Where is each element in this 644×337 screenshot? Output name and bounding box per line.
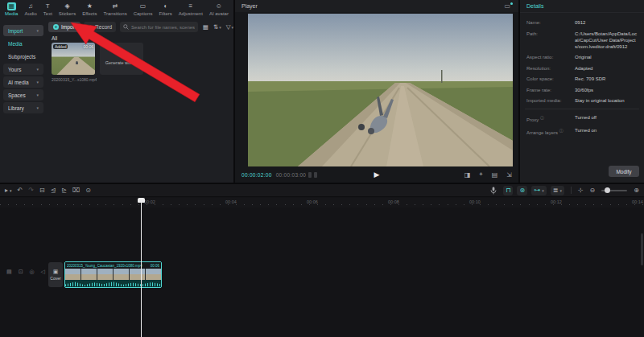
toolbar-tab-captions[interactable]: ▭Captions	[134, 2, 153, 16]
toolbar-tab-filters[interactable]: ◐Filters	[159, 2, 171, 16]
playhead[interactable]	[138, 198, 145, 337]
select-tool-icon[interactable]: ▸	[5, 185, 8, 196]
sidebar-item-spaces[interactable]: Spaces▾	[3, 89, 43, 101]
clip-filmstrip	[65, 269, 161, 280]
chevron-down-icon: ▾	[36, 92, 39, 97]
object-tracking-icon[interactable]: ⌖	[479, 171, 483, 179]
preview-quality-icon[interactable]: ▤	[492, 171, 498, 179]
cover-button[interactable]: ▣ Cover	[48, 262, 63, 287]
magnet-toggle-icon: ⊓	[506, 187, 510, 195]
modify-button[interactable]: Modify	[609, 166, 639, 177]
sidebar-item-subprojects[interactable]: Subprojects	[3, 51, 43, 62]
freeze-frame-icon[interactable]: ⊙	[85, 185, 91, 196]
filters-icon: ◐	[161, 2, 170, 10]
auto-snap-toggle[interactable]: ⊛	[517, 186, 527, 195]
display-mode-icon[interactable]: ▭	[504, 2, 510, 10]
select-tool-dropdown-icon[interactable]: ▾	[10, 185, 12, 196]
zoom-out-icon[interactable]: ⊖	[590, 187, 596, 194]
track-height-toggle-icon: ≣	[553, 187, 559, 195]
track-options-icon[interactable]: ▤	[6, 269, 12, 275]
sort-dropdown[interactable]: ⇅▾	[213, 23, 221, 31]
timeline-vertical-scrollbar[interactable]	[641, 233, 643, 265]
details-row-label: Resolution:	[526, 65, 575, 72]
search-box[interactable]	[120, 22, 198, 32]
import-button[interactable]: + Import	[48, 22, 80, 32]
details-row-aspect-ratio-: Aspect ratio:Original	[526, 54, 639, 60]
video-preview[interactable]	[248, 14, 513, 166]
play-button[interactable]: ▶	[374, 171, 380, 179]
toolbar-tab-audio[interactable]: ♫Audio	[24, 2, 36, 16]
magnet-toggle[interactable]: ⊓	[503, 186, 513, 195]
timeline-clip[interactable]: 20200315_Young_Caucasian_1920x1080.mp4 0…	[64, 261, 162, 288]
record-button[interactable]: ◉ Record	[84, 22, 116, 32]
sidebar-item-yours[interactable]: Yours▾	[3, 64, 43, 75]
link-toggle[interactable]: ⊶▾	[531, 186, 547, 195]
lock-track-icon[interactable]: ⊡	[19, 269, 23, 275]
transitions-icon: ⇄	[111, 2, 120, 10]
details-row-value: Original	[575, 54, 592, 60]
stickers-icon: ◈	[63, 2, 72, 10]
player-header: Player ▭	[235, 0, 518, 12]
record-button-label: Record	[95, 24, 112, 30]
delete-left-icon[interactable]: ⊴	[51, 185, 56, 196]
details-title: Details	[526, 3, 543, 9]
sidebar-item-library[interactable]: Library▾	[3, 102, 43, 113]
chevron-down-icon: ▾	[36, 80, 39, 84]
compare-icon[interactable]: ◨	[464, 171, 471, 179]
details-row-label: Path:	[526, 31, 575, 50]
hide-track-icon[interactable]: ◎	[30, 269, 35, 275]
toolbar-tab-effects[interactable]: ★Effects	[82, 2, 97, 16]
all-tab[interactable]: All	[52, 35, 57, 41]
toolbar-tab-ai-avatar[interactable]: ☺AI avatar	[209, 2, 229, 16]
details-row-color-space-: Color space:Rec. 709 SDR	[526, 76, 639, 82]
search-input[interactable]	[131, 25, 195, 30]
toolbar-tab-stickers[interactable]: ◈Stickers	[59, 2, 76, 16]
track-height-toggle[interactable]: ≣▾	[551, 186, 564, 195]
media-icon: ▦	[7, 2, 16, 10]
clip-filename: 20200315_Y...x1080.mp4	[52, 77, 97, 82]
toolbar-tab-text[interactable]: TText	[43, 2, 52, 16]
playhead-handle[interactable]	[138, 198, 145, 203]
search-icon	[123, 24, 129, 30]
track-controls: ▤⊡◎◁	[6, 269, 45, 275]
toolbar-tab-label: Media	[5, 11, 18, 16]
clip-duration-label: 00:06	[151, 264, 159, 268]
details-panel: Details Name:0912Path:C:/Users/Botan/App…	[520, 0, 644, 183]
split-icon[interactable]: ⊟	[39, 185, 45, 196]
grid-view-icon[interactable]: ▦	[203, 23, 208, 31]
frame-forward-icon[interactable]	[314, 172, 317, 178]
fullscreen-icon[interactable]: ⇲	[506, 171, 512, 179]
frame-back-icon[interactable]	[308, 172, 312, 178]
details-row-frame-rate-: Frame rate:30/60fps	[526, 87, 639, 93]
player-controls: 00:00:02:00 00:00:03:00 ▶ ◨⌖▤⇲	[235, 166, 518, 183]
timeline-tools: ▸▾↶↷⊟⊴⊵⌧⊙	[0, 185, 91, 196]
toolbar-tab-adjustment[interactable]: ≡Adjustment	[179, 2, 203, 16]
details-row-label: Frame rate:	[526, 87, 575, 93]
toolbar-tab-label: Captions	[134, 11, 153, 16]
redo-icon[interactable]: ↷	[28, 185, 34, 196]
undo-icon[interactable]: ↶	[18, 185, 23, 196]
filter-dropdown[interactable]: ▽▾	[226, 23, 233, 31]
delete-icon[interactable]: ⌧	[72, 185, 80, 196]
divider	[571, 187, 572, 194]
player-panel: Player ▭	[235, 0, 518, 183]
toolbar-tab-transitions[interactable]: ⇄Transitions	[104, 2, 127, 16]
timeline-zoom-slider[interactable]	[601, 190, 627, 191]
preview-axis-icon[interactable]: ⊹	[578, 187, 584, 194]
details-row-label: Name:	[526, 19, 575, 26]
timeline-ruler[interactable]: 00:0200:0400:0600:0800:1000:1200:14	[0, 198, 644, 208]
delete-right-icon[interactable]: ⊵	[61, 185, 67, 196]
sidebar-item-import[interactable]: Import▾	[3, 25, 43, 36]
toolbar-tab-media[interactable]: ▦Media	[5, 2, 18, 16]
thumbnail-duration: 00:06	[83, 44, 93, 49]
zoom-slider-knob[interactable]	[605, 187, 610, 193]
sidebar-item-ai-media[interactable]: AI media▾	[3, 76, 43, 88]
voiceover-mic-icon[interactable]	[490, 187, 497, 195]
mute-track-icon[interactable]: ◁	[41, 269, 45, 275]
zoom-in-icon[interactable]: ⊕	[634, 187, 639, 194]
generate-with-ai-tile[interactable]: + Generate with AI	[100, 43, 143, 75]
media-clip-thumbnail[interactable]: Added 00:06	[52, 43, 95, 75]
sidebar-item-media[interactable]: Media	[3, 38, 43, 49]
details-body: Name:0912Path:C:/Users/Botan/AppData/Loc…	[526, 19, 639, 141]
sidebar-item-label: Subprojects	[8, 54, 35, 60]
